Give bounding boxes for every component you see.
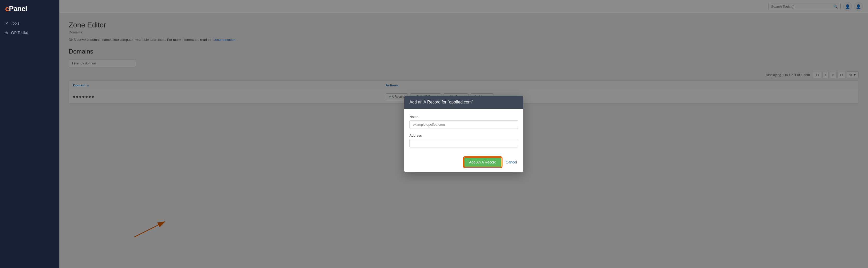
modal-header: Add an A Record for "opolfed.com" bbox=[404, 96, 523, 109]
tools-icon: ✕ bbox=[5, 21, 8, 25]
sidebar-item-tools[interactable]: ✕ Tools bbox=[0, 19, 59, 28]
address-label: Address bbox=[409, 133, 518, 137]
modal-body: Name Address 203.0.113.11 bbox=[404, 109, 523, 157]
name-label: Name bbox=[409, 115, 518, 119]
modal: Add an A Record for "opolfed.com" Name A… bbox=[404, 96, 523, 172]
modal-overlay: Add an A Record for "opolfed.com" Name A… bbox=[59, 0, 868, 268]
main-area: 🔍 👤 👤 Zone Editor Domains DNS converts d… bbox=[59, 0, 868, 268]
sidebar-item-tools-label: Tools bbox=[11, 21, 20, 25]
logo-area: cPanel bbox=[0, 0, 59, 19]
sidebar-item-wp-toolkit[interactable]: ⊕ WP Toolkit bbox=[0, 28, 59, 37]
address-input[interactable]: 203.0.113.11 bbox=[409, 139, 518, 148]
modal-footer: Add An A Record Cancel bbox=[404, 157, 523, 172]
modal-title: Add an A Record for "opolfed.com" bbox=[409, 100, 473, 104]
address-field: Address 203.0.113.11 bbox=[409, 133, 518, 148]
wp-icon: ⊕ bbox=[5, 30, 8, 35]
name-field: Name bbox=[409, 115, 518, 129]
cpanel-logo: cPanel bbox=[5, 5, 27, 13]
name-input[interactable] bbox=[409, 120, 518, 129]
sidebar-item-wp-label: WP Toolkit bbox=[11, 30, 28, 35]
submit-button[interactable]: Add An A Record bbox=[464, 157, 502, 167]
cancel-button[interactable]: Cancel bbox=[504, 158, 518, 167]
sidebar: cPanel ✕ Tools ⊕ WP Toolkit bbox=[0, 0, 59, 268]
